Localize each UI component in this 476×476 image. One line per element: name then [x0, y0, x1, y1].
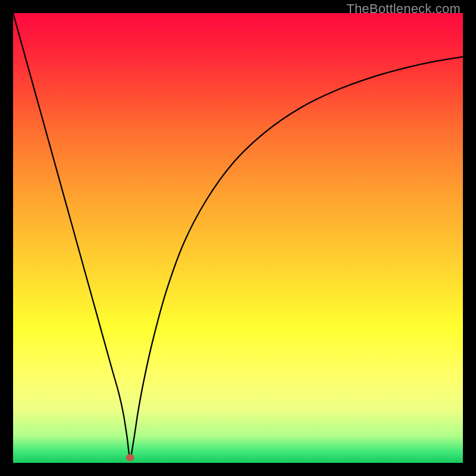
gradient-background — [13, 13, 463, 463]
bottleneck-marker — [126, 454, 134, 461]
watermark-text: TheBottleneck.com — [346, 1, 461, 17]
bottleneck-chart — [13, 13, 463, 463]
chart-frame — [13, 13, 463, 463]
